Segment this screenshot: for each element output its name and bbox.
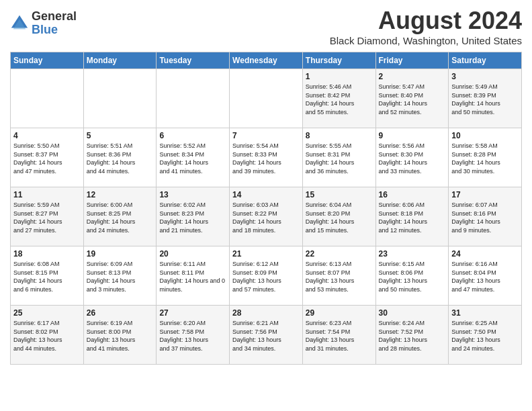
day-info: Sunrise: 6:23 AM Sunset: 7:54 PM Dayligh… xyxy=(306,319,373,353)
calendar-cell: 9Sunrise: 5:56 AM Sunset: 8:30 PM Daylig… xyxy=(375,128,449,187)
calendar-cell: 27Sunrise: 6:20 AM Sunset: 7:58 PM Dayli… xyxy=(157,306,230,365)
day-info: Sunrise: 6:06 AM Sunset: 8:18 PM Dayligh… xyxy=(379,201,446,234)
day-info: Sunrise: 5:47 AM Sunset: 8:40 PM Dayligh… xyxy=(379,83,446,116)
calendar-cell: 31Sunrise: 6:25 AM Sunset: 7:50 PM Dayli… xyxy=(449,306,522,365)
day-of-week-header: Sunday xyxy=(11,52,84,69)
calendar-cell: 23Sunrise: 6:15 AM Sunset: 8:06 PM Dayli… xyxy=(375,246,449,306)
day-number: 31 xyxy=(451,308,519,318)
calendar-cell: 2Sunrise: 5:47 AM Sunset: 8:40 PM Daylig… xyxy=(375,69,449,128)
calendar-header: SundayMondayTuesdayWednesdayThursdayFrid… xyxy=(11,52,522,69)
calendar-cell: 30Sunrise: 6:24 AM Sunset: 7:52 PM Dayli… xyxy=(375,306,449,365)
day-info: Sunrise: 6:12 AM Sunset: 8:09 PM Dayligh… xyxy=(232,260,300,293)
day-info: Sunrise: 6:13 AM Sunset: 8:07 PM Dayligh… xyxy=(306,260,373,293)
day-info: Sunrise: 6:11 AM Sunset: 8:11 PM Dayligh… xyxy=(159,260,226,293)
day-number: 15 xyxy=(306,190,373,199)
day-info: Sunrise: 5:51 AM Sunset: 8:36 PM Dayligh… xyxy=(87,142,154,175)
day-info: Sunrise: 6:16 AM Sunset: 8:04 PM Dayligh… xyxy=(451,260,519,293)
day-number: 6 xyxy=(159,131,226,140)
day-info: Sunrise: 5:59 AM Sunset: 8:27 PM Dayligh… xyxy=(13,201,81,234)
day-info: Sunrise: 5:55 AM Sunset: 8:31 PM Dayligh… xyxy=(306,142,373,175)
calendar-cell xyxy=(157,69,230,128)
logo-icon xyxy=(10,14,29,33)
day-number: 12 xyxy=(87,190,154,199)
day-of-week-header: Monday xyxy=(83,52,157,69)
day-number: 28 xyxy=(232,308,300,318)
day-info: Sunrise: 6:02 AM Sunset: 8:23 PM Dayligh… xyxy=(159,201,226,234)
calendar-table: SundayMondayTuesdayWednesdayThursdayFrid… xyxy=(10,52,522,365)
day-number: 22 xyxy=(306,249,373,259)
day-number: 26 xyxy=(87,308,154,318)
day-info: Sunrise: 6:04 AM Sunset: 8:20 PM Dayligh… xyxy=(306,201,373,234)
calendar-week-row: 1Sunrise: 5:46 AM Sunset: 8:42 PM Daylig… xyxy=(11,69,522,128)
calendar-cell: 22Sunrise: 6:13 AM Sunset: 8:07 PM Dayli… xyxy=(302,246,375,306)
calendar-cell: 6Sunrise: 5:52 AM Sunset: 8:34 PM Daylig… xyxy=(157,128,230,187)
day-info: Sunrise: 6:25 AM Sunset: 7:50 PM Dayligh… xyxy=(451,319,519,353)
day-info: Sunrise: 6:17 AM Sunset: 8:02 PM Dayligh… xyxy=(13,319,81,353)
day-info: Sunrise: 5:54 AM Sunset: 8:33 PM Dayligh… xyxy=(232,142,300,175)
day-number: 17 xyxy=(451,190,519,199)
calendar-week-row: 18Sunrise: 6:08 AM Sunset: 8:15 PM Dayli… xyxy=(11,246,522,306)
calendar-cell xyxy=(83,69,157,128)
day-number: 25 xyxy=(13,308,81,318)
day-number: 10 xyxy=(451,131,519,140)
calendar-week-row: 11Sunrise: 5:59 AM Sunset: 8:27 PM Dayli… xyxy=(11,187,522,246)
day-number: 30 xyxy=(379,308,446,318)
day-of-week-header: Tuesday xyxy=(157,52,230,69)
day-info: Sunrise: 5:52 AM Sunset: 8:34 PM Dayligh… xyxy=(159,142,226,175)
calendar-cell: 28Sunrise: 6:21 AM Sunset: 7:56 PM Dayli… xyxy=(230,306,303,365)
month-year: August 2024 xyxy=(330,7,522,35)
day-number: 2 xyxy=(379,72,446,81)
calendar-cell: 4Sunrise: 5:50 AM Sunset: 8:37 PM Daylig… xyxy=(11,128,84,187)
day-number: 9 xyxy=(379,131,446,140)
day-number: 24 xyxy=(451,249,519,259)
page-header: General Blue August 2024 Black Diamond, … xyxy=(10,7,522,46)
calendar-cell: 7Sunrise: 5:54 AM Sunset: 8:33 PM Daylig… xyxy=(230,128,303,187)
day-number: 19 xyxy=(87,249,154,259)
day-number: 23 xyxy=(379,249,446,259)
calendar-cell: 11Sunrise: 5:59 AM Sunset: 8:27 PM Dayli… xyxy=(11,187,84,246)
day-info: Sunrise: 6:15 AM Sunset: 8:06 PM Dayligh… xyxy=(379,260,446,293)
day-number: 27 xyxy=(159,308,226,318)
day-info: Sunrise: 5:58 AM Sunset: 8:28 PM Dayligh… xyxy=(451,142,519,175)
calendar-cell: 24Sunrise: 6:16 AM Sunset: 8:04 PM Dayli… xyxy=(449,246,522,306)
day-info: Sunrise: 5:50 AM Sunset: 8:37 PM Dayligh… xyxy=(13,142,81,175)
day-info: Sunrise: 5:46 AM Sunset: 8:42 PM Dayligh… xyxy=(306,83,373,116)
day-number: 18 xyxy=(13,249,81,259)
day-number: 14 xyxy=(232,190,300,199)
day-of-week-header: Friday xyxy=(375,52,449,69)
day-number: 7 xyxy=(232,131,300,140)
calendar-cell: 19Sunrise: 6:09 AM Sunset: 8:13 PM Dayli… xyxy=(83,246,157,306)
day-info: Sunrise: 6:07 AM Sunset: 8:16 PM Dayligh… xyxy=(451,201,519,234)
calendar-cell: 20Sunrise: 6:11 AM Sunset: 8:11 PM Dayli… xyxy=(157,246,230,306)
day-number: 16 xyxy=(379,190,446,199)
calendar-cell: 21Sunrise: 6:12 AM Sunset: 8:09 PM Dayli… xyxy=(230,246,303,306)
day-info: Sunrise: 6:24 AM Sunset: 7:52 PM Dayligh… xyxy=(379,319,446,353)
calendar-cell: 8Sunrise: 5:55 AM Sunset: 8:31 PM Daylig… xyxy=(302,128,375,187)
day-number: 13 xyxy=(159,190,226,199)
calendar-cell: 25Sunrise: 6:17 AM Sunset: 8:02 PM Dayli… xyxy=(11,306,84,365)
day-number: 3 xyxy=(451,72,519,81)
day-info: Sunrise: 6:00 AM Sunset: 8:25 PM Dayligh… xyxy=(87,201,154,234)
calendar-cell: 10Sunrise: 5:58 AM Sunset: 8:28 PM Dayli… xyxy=(449,128,522,187)
day-of-week-header: Wednesday xyxy=(230,52,303,69)
calendar-cell: 15Sunrise: 6:04 AM Sunset: 8:20 PM Dayli… xyxy=(302,187,375,246)
day-number: 21 xyxy=(232,249,300,259)
calendar-cell: 12Sunrise: 6:00 AM Sunset: 8:25 PM Dayli… xyxy=(83,187,157,246)
day-number: 5 xyxy=(87,131,154,140)
calendar-cell: 3Sunrise: 5:49 AM Sunset: 8:39 PM Daylig… xyxy=(449,69,522,128)
calendar-cell: 18Sunrise: 6:08 AM Sunset: 8:15 PM Dayli… xyxy=(11,246,84,306)
day-of-week-header: Saturday xyxy=(449,52,522,69)
day-info: Sunrise: 6:03 AM Sunset: 8:22 PM Dayligh… xyxy=(232,201,300,234)
calendar-cell: 5Sunrise: 5:51 AM Sunset: 8:36 PM Daylig… xyxy=(83,128,157,187)
calendar-week-row: 4Sunrise: 5:50 AM Sunset: 8:37 PM Daylig… xyxy=(11,128,522,187)
logo-blue-text: Blue xyxy=(32,24,77,37)
day-of-week-header: Thursday xyxy=(302,52,375,69)
calendar-cell: 17Sunrise: 6:07 AM Sunset: 8:16 PM Dayli… xyxy=(449,187,522,246)
calendar-cell: 14Sunrise: 6:03 AM Sunset: 8:22 PM Dayli… xyxy=(230,187,303,246)
day-number: 1 xyxy=(306,72,373,81)
day-number: 8 xyxy=(306,131,373,140)
calendar-cell: 1Sunrise: 5:46 AM Sunset: 8:42 PM Daylig… xyxy=(302,69,375,128)
calendar-cell: 26Sunrise: 6:19 AM Sunset: 8:00 PM Dayli… xyxy=(83,306,157,365)
day-info: Sunrise: 6:20 AM Sunset: 7:58 PM Dayligh… xyxy=(159,319,226,353)
day-number: 11 xyxy=(13,190,81,199)
